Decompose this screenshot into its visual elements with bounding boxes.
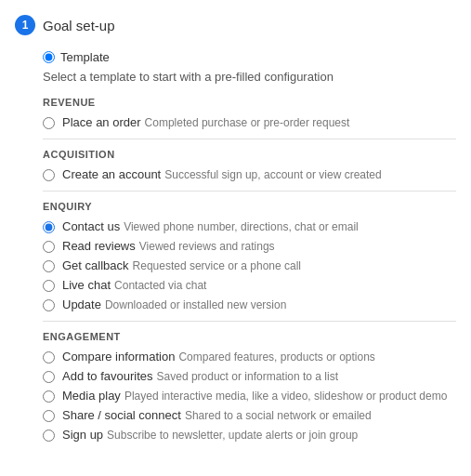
media-play-desc: Played interactive media, like a video, … [124, 390, 448, 403]
media-play-label: Media play [62, 389, 121, 403]
create-account-label: Create an account [62, 167, 161, 181]
sign-up-radio[interactable] [43, 430, 55, 442]
sign-up-desc: Subscribe to newsletter, update alerts o… [107, 429, 358, 442]
add-to-favourites-radio[interactable] [43, 371, 55, 383]
divider-acquisition [43, 191, 456, 192]
revenue-section-label: REVENUE [43, 97, 456, 108]
compare-information-label: Compare information [62, 350, 175, 364]
acquisition-section-label: ACQUISITION [43, 149, 456, 160]
contact-us-label: Contact us [62, 219, 120, 233]
place-an-order-label: Place an order [62, 115, 141, 129]
add-to-favourites-label: Add to favourites [62, 369, 153, 383]
option-live-chat: Live chat Contacted via chat [43, 278, 456, 292]
engagement-section-label: ENGAGEMENT [43, 331, 456, 342]
share-social-label: Share / social connect [62, 408, 181, 422]
live-chat-label: Live chat [62, 278, 111, 292]
step-header: 1 Goal set-up [15, 15, 456, 35]
update-desc: Downloaded or installed new version [105, 298, 286, 311]
media-play-radio[interactable] [43, 390, 55, 403]
option-get-callback: Get callback Requested service or a phon… [43, 258, 456, 272]
update-radio[interactable] [43, 299, 55, 311]
place-an-order-radio[interactable] [43, 117, 55, 129]
get-callback-desc: Requested service or a phone call [133, 259, 301, 272]
get-callback-radio[interactable] [43, 260, 55, 272]
create-account-radio[interactable] [43, 169, 55, 181]
template-radio[interactable] [43, 51, 55, 63]
template-label: Template [60, 50, 110, 64]
option-update: Update Downloaded or installed new versi… [43, 298, 456, 311]
divider-enquiry [43, 321, 456, 322]
live-chat-desc: Contacted via chat [114, 279, 206, 292]
divider-revenue [43, 139, 456, 139]
option-compare-information: Compare information Compared features, p… [43, 350, 456, 364]
option-place-an-order: Place an order Completed purchase or pre… [43, 115, 456, 129]
option-share-social: Share / social connect Shared to a socia… [43, 408, 456, 422]
template-row: Template [43, 50, 456, 64]
read-reviews-label: Read reviews [62, 239, 136, 253]
update-label: Update [62, 298, 101, 311]
create-account-desc: Successful sign up, account or view crea… [164, 168, 381, 181]
option-read-reviews: Read reviews Viewed reviews and ratings [43, 239, 456, 253]
compare-information-radio[interactable] [43, 351, 55, 364]
get-callback-label: Get callback [62, 258, 129, 272]
sign-up-label: Sign up [62, 428, 103, 442]
share-social-radio[interactable] [43, 410, 55, 422]
compare-information-desc: Compared features, products or options [178, 350, 374, 364]
option-contact-us: Contact us Viewed phone number, directio… [43, 219, 456, 233]
option-add-to-favourites: Add to favourites Saved product or infor… [43, 369, 456, 383]
step-number: 1 [15, 15, 35, 35]
option-create-account: Create an account Successful sign up, ac… [43, 167, 456, 181]
contact-us-radio[interactable] [43, 221, 55, 233]
template-description: Select a template to start with a pre-fi… [43, 70, 456, 84]
step-title: Goal set-up [43, 18, 115, 33]
read-reviews-radio[interactable] [43, 241, 55, 253]
option-media-play: Media play Played interactive media, lik… [43, 389, 456, 403]
option-sign-up: Sign up Subscribe to newsletter, update … [43, 428, 456, 442]
share-social-desc: Shared to a social network or emailed [185, 409, 372, 422]
read-reviews-desc: Viewed reviews and ratings [139, 240, 275, 253]
add-to-favourites-desc: Saved product or information to a list [157, 370, 338, 383]
contact-us-desc: Viewed phone number, directions, chat or… [124, 220, 359, 233]
enquiry-section-label: ENQUIRY [43, 201, 456, 212]
live-chat-radio[interactable] [43, 280, 55, 292]
place-an-order-desc: Completed purchase or pre-order request [145, 116, 350, 129]
